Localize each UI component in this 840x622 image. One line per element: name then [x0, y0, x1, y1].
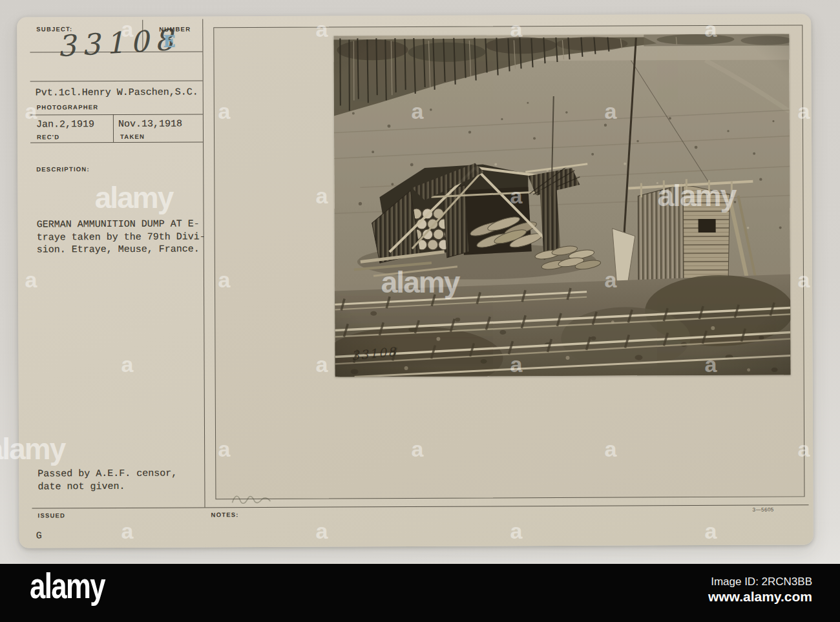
description-label: DESCRIPTION: — [36, 165, 90, 172]
photographer-label: PHOTOGRAPHER — [37, 103, 99, 110]
taken-label: TAKEN — [120, 133, 145, 140]
footer-bar: alamy Image ID: 2RCN3BB www.alamy.com — [0, 564, 840, 622]
divider-line — [30, 141, 203, 143]
issued-label: ISSUED — [38, 512, 66, 519]
censor-line: date not given. — [37, 480, 177, 493]
image-id: Image ID: 2RCN3BB — [711, 575, 812, 588]
description-line: GERMAN AMMUNITION DUMP AT E- — [37, 218, 205, 231]
divider-line — [113, 114, 114, 142]
divider-line — [30, 114, 203, 115]
divider-line — [142, 20, 143, 52]
photo: 33108 — [333, 34, 790, 377]
description-text: GERMAN AMMUNITION DUMP AT E- traye taken… — [37, 218, 205, 256]
description-line: sion. Etraye, Meuse, France. — [37, 243, 205, 256]
taken-date: Nov.13,1918 — [118, 118, 182, 131]
censor-note: Passed by A.E.F. censor, date not given. — [37, 468, 177, 493]
description-line: traye taken by the 79th Divi- — [37, 231, 205, 244]
notes-label: NOTES: — [211, 511, 239, 518]
divider-line — [32, 504, 809, 508]
number-stamp: E — [163, 32, 175, 51]
photographer-name: Pvt.1cl.Henry W.Paschen,S.C. — [36, 86, 198, 99]
divider-line — [202, 19, 205, 507]
print-code: 3—5605 — [753, 507, 774, 513]
archive-card: SUBJECT: 33108 NUMBER E Pvt.1cl.Henry W.… — [17, 14, 814, 548]
scanned-archive-page: { "watermark": { "brand": "alamy", "lett… — [0, 0, 840, 622]
alamy-url: www.alamy.com — [708, 589, 812, 605]
alamy-logo: alamy — [30, 568, 105, 604]
censor-line: Passed by A.E.F. censor, — [37, 468, 177, 481]
issued-value: G — [36, 530, 42, 543]
divider-line — [30, 80, 203, 81]
received-date: Jan.2,1919 — [36, 118, 94, 131]
received-label: REC'D — [37, 133, 59, 140]
